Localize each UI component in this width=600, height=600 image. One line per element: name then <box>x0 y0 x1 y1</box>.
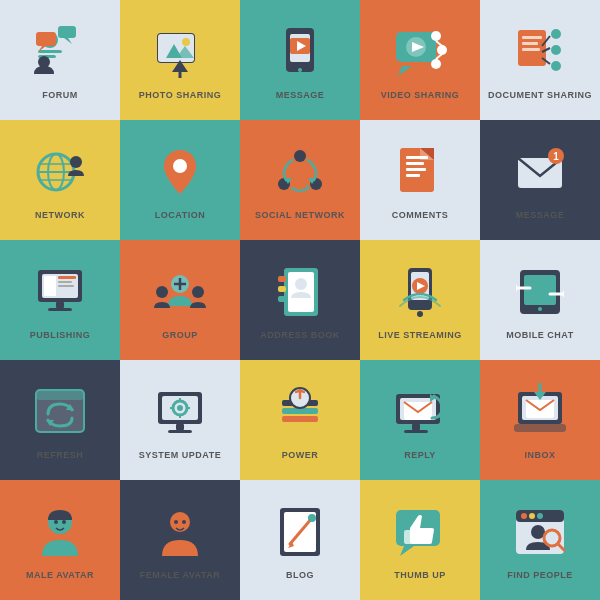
svg-point-34 <box>551 45 561 55</box>
svg-point-26 <box>431 59 441 69</box>
svg-point-19 <box>298 68 302 72</box>
inbox-icon <box>508 380 572 444</box>
cell-inbox[interactable]: INBOX <box>480 360 600 480</box>
svg-rect-79 <box>278 286 286 292</box>
cell-system-update[interactable]: SYSTEM UPDATE <box>120 360 240 480</box>
social-network-icon <box>268 140 332 204</box>
live-streaming-icon <box>388 260 452 324</box>
forum-label: FORUM <box>42 90 78 100</box>
document-sharing-icon <box>508 20 572 84</box>
svg-rect-32 <box>522 48 540 51</box>
network-label: NETWORK <box>35 210 85 220</box>
svg-marker-21 <box>398 66 412 76</box>
svg-rect-116 <box>412 424 420 430</box>
cell-mobile-chat[interactable]: MOBILE CHAT <box>480 240 600 360</box>
document-sharing-label: DOCUMENT SHARING <box>488 90 592 100</box>
thumb-up-icon <box>388 500 452 564</box>
svg-rect-3 <box>36 32 56 46</box>
message2-icon: 1 <box>508 140 572 204</box>
cell-forum[interactable]: FORUM <box>0 0 120 120</box>
male-avatar-label: MALE AVATAR <box>26 570 94 580</box>
cell-address-book[interactable]: ADDRESS BOOK <box>240 240 360 360</box>
svg-line-27 <box>436 41 442 46</box>
blog-label: BLOG <box>286 570 314 580</box>
group-label: GROUP <box>162 330 198 340</box>
svg-rect-55 <box>406 168 426 171</box>
mobile-chat-label: MOBILE CHAT <box>506 330 573 340</box>
svg-rect-117 <box>404 430 428 433</box>
svg-rect-1 <box>38 50 62 53</box>
svg-marker-137 <box>400 546 414 556</box>
cell-male-avatar[interactable]: MALE AVATAR <box>0 480 120 600</box>
svg-rect-88 <box>524 275 556 305</box>
svg-point-143 <box>537 513 543 519</box>
svg-rect-67 <box>58 285 74 287</box>
address-book-label: ADDRESS BOOK <box>260 330 340 340</box>
cell-live-streaming[interactable]: LIVE STREAMING <box>360 240 480 360</box>
cell-message1[interactable]: MESSAGE <box>240 0 360 120</box>
photo-sharing-icon <box>148 20 212 84</box>
publishing-label: PUBLISHING <box>30 330 91 340</box>
svg-point-125 <box>54 520 58 524</box>
svg-point-86 <box>417 311 423 317</box>
cell-network[interactable]: NETWORK <box>0 120 120 240</box>
publishing-icon <box>28 260 92 324</box>
svg-rect-94 <box>36 390 84 400</box>
svg-rect-123 <box>514 424 566 432</box>
mobile-chat-icon <box>508 260 572 324</box>
cell-female-avatar[interactable]: FEMALE AVATAR <box>120 480 240 600</box>
message1-label: MESSAGE <box>276 90 325 100</box>
svg-rect-31 <box>522 42 538 45</box>
svg-point-45 <box>173 159 187 173</box>
cell-group[interactable]: GROUP <box>120 240 240 360</box>
cell-photo-sharing[interactable]: PHOTO SHARING <box>120 0 240 120</box>
cell-social-network[interactable]: SOCIAL NETWORK <box>240 120 360 240</box>
svg-point-44 <box>70 156 82 168</box>
svg-rect-78 <box>278 276 286 282</box>
video-sharing-label: VIDEO SHARING <box>381 90 460 100</box>
svg-marker-6 <box>64 38 72 44</box>
video-sharing-icon <box>388 20 452 84</box>
svg-rect-68 <box>56 302 64 308</box>
svg-rect-105 <box>176 424 184 430</box>
svg-rect-56 <box>406 174 420 177</box>
svg-rect-66 <box>58 281 72 283</box>
svg-point-100 <box>177 405 183 411</box>
svg-point-128 <box>170 512 190 532</box>
cell-document-sharing[interactable]: DOCUMENT SHARING <box>480 0 600 120</box>
svg-rect-80 <box>278 296 286 302</box>
power-label: POWER <box>282 450 319 460</box>
reply-label: REPLY <box>404 450 436 460</box>
cell-refresh[interactable]: REFRESH <box>0 360 120 480</box>
svg-point-126 <box>62 520 66 524</box>
cell-publishing[interactable]: PUBLISHING <box>0 240 120 360</box>
message2-label: MESSAGE <box>516 210 565 220</box>
svg-rect-64 <box>44 276 56 296</box>
female-avatar-label: FEMALE AVATAR <box>140 570 221 580</box>
cell-reply[interactable]: REPLY <box>360 360 480 480</box>
svg-text:1: 1 <box>553 151 559 162</box>
cell-thumb-up[interactable]: THUMB UP <box>360 480 480 600</box>
svg-marker-90 <box>562 290 564 298</box>
comments-icon <box>388 140 452 204</box>
reply-icon <box>388 380 452 444</box>
forum-icon <box>28 20 92 84</box>
svg-rect-138 <box>404 530 412 544</box>
svg-rect-109 <box>282 416 318 422</box>
svg-rect-5 <box>58 26 76 38</box>
svg-point-25 <box>437 45 447 55</box>
cell-message2[interactable]: 1 MESSAGE <box>480 120 600 240</box>
svg-point-142 <box>529 513 535 519</box>
system-update-label: SYSTEM UPDATE <box>139 450 221 460</box>
svg-point-81 <box>295 278 307 290</box>
cell-find-people[interactable]: FIND PEOPLE <box>480 480 600 600</box>
svg-rect-69 <box>48 308 72 311</box>
cell-location[interactable]: LOCATION <box>120 120 240 240</box>
cell-comments[interactable]: COMMENTS <box>360 120 480 240</box>
cell-power[interactable]: POWER <box>240 360 360 480</box>
svg-line-28 <box>436 54 442 59</box>
cell-blog[interactable]: BLOG <box>240 480 360 600</box>
inbox-label: INBOX <box>524 450 555 460</box>
cell-video-sharing[interactable]: VIDEO SHARING <box>360 0 480 120</box>
svg-rect-106 <box>168 430 192 433</box>
